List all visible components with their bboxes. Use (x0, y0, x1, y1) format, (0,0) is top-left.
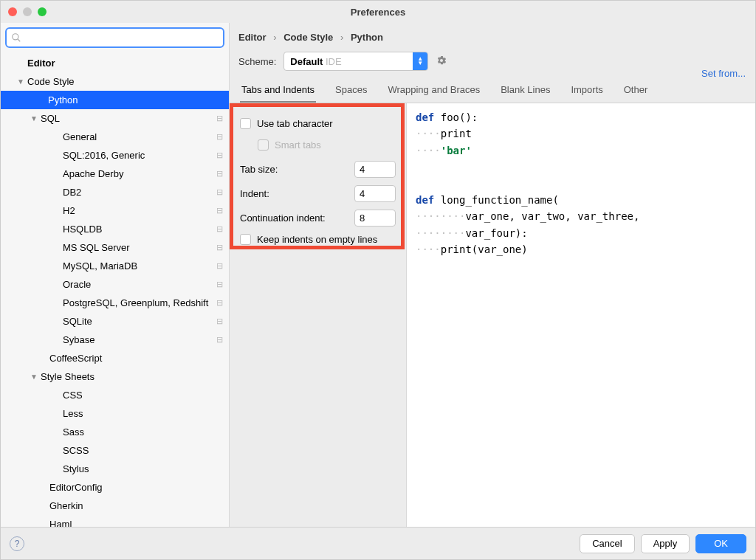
minimize-icon[interactable] (23, 7, 32, 16)
tree-item[interactable]: ▼Style Sheets (1, 367, 229, 386)
tree-item-label: Python (48, 94, 223, 106)
breadcrumb: Editor › Code Style › Python (230, 23, 755, 49)
tree-item[interactable]: Less (1, 404, 229, 423)
indent-label: Indent: (240, 188, 354, 199)
scheme-select[interactable]: Default IDE ▲▼ (284, 52, 428, 71)
tree-item[interactable]: HSQLDB⊟ (1, 220, 229, 238)
breadcrumb-sep: › (340, 32, 343, 43)
tree-item-meta-icon: ⊟ (216, 224, 223, 234)
tree-item-label: Haml (49, 519, 223, 527)
keep-indents-row: Keep indents on empty lines (240, 234, 396, 245)
tree-item[interactable]: ▼Code Style (1, 72, 229, 91)
tree-item-meta-icon: ⊟ (216, 280, 223, 289)
tree-item-label: Stylus (63, 463, 223, 474)
smart-tabs-label: Smart tabs (275, 139, 321, 151)
indent-input[interactable] (354, 185, 396, 202)
cont-indent-input[interactable] (354, 210, 396, 227)
tab-tabs-and-indents[interactable]: Tabs and Indents (240, 78, 316, 103)
tab-wrapping[interactable]: Wrapping and Braces (386, 78, 481, 103)
tree-item[interactable]: Oracle⊟ (1, 275, 229, 294)
tree-item[interactable]: Sybase⊟ (1, 331, 229, 349)
tab-size-input[interactable] (354, 161, 396, 178)
tree-item-meta-icon: ⊟ (216, 132, 223, 142)
titlebar: Preferences (1, 1, 755, 23)
tab-other[interactable]: Other (622, 78, 650, 103)
tree-item[interactable]: Stylus (1, 460, 229, 478)
chevron-down-icon: ▼ (17, 77, 24, 86)
tree-item-meta-icon: ⊟ (216, 261, 223, 271)
ok-button[interactable]: OK (695, 534, 746, 553)
tree-item-meta-icon: ⊟ (216, 317, 223, 326)
scheme-sub: IDE (326, 56, 342, 67)
set-from-link[interactable]: Set from... (701, 68, 746, 79)
tree-item[interactable]: Gherkin (1, 497, 229, 515)
gear-icon[interactable] (436, 55, 447, 69)
tree-item-label: MySQL, MariaDB (63, 260, 213, 272)
tree-item[interactable]: SQL:2016, Generic⊟ (1, 146, 229, 165)
breadcrumb-sep: › (273, 32, 276, 43)
tree-item-meta-icon: ⊟ (216, 335, 223, 345)
zoom-icon[interactable] (38, 7, 47, 16)
tree-item-label: SCSS (63, 445, 223, 456)
tree-item-label: Sass (63, 426, 223, 438)
tree-item-label: Apache Derby (63, 168, 213, 179)
chevron-down-icon: ▼ (30, 114, 38, 122)
scheme-row: Scheme: Default IDE ▲▼ (230, 49, 755, 78)
window-body: Editor▼Code StylePython▼SQL⊟General⊟SQL:… (1, 23, 755, 527)
tree-item[interactable]: PostgreSQL, Greenplum, Redshift⊟ (1, 294, 229, 312)
tree-item[interactable]: Haml (1, 515, 229, 527)
footer: ? Cancel Apply OK (1, 527, 755, 559)
tree-item[interactable]: CSS (1, 386, 229, 404)
smart-tabs-checkbox (258, 139, 269, 151)
tree-item[interactable]: EditorConfig (1, 478, 229, 497)
tab-size-row: Tab size: (240, 161, 396, 178)
tree-item-label: MS SQL Server (63, 242, 213, 253)
tree-item[interactable]: General⊟ (1, 128, 229, 146)
cancel-button[interactable]: Cancel (580, 534, 634, 553)
help-icon[interactable]: ? (10, 536, 24, 551)
search-icon (11, 32, 21, 43)
search-input[interactable] (26, 32, 219, 44)
keep-indents-checkbox[interactable] (240, 234, 251, 245)
breadcrumb-item[interactable]: Editor (238, 32, 267, 43)
use-tab-row: Use tab character (240, 118, 396, 129)
tab-imports[interactable]: Imports (569, 78, 604, 103)
tree-item-meta-icon: ⊟ (216, 169, 223, 179)
tab-blank-lines[interactable]: Blank Lines (499, 78, 551, 103)
window-title: Preferences (1, 7, 755, 18)
sidebar: Editor▼Code StylePython▼SQL⊟General⊟SQL:… (1, 23, 230, 527)
cont-indent-label: Continuation indent: (240, 212, 354, 224)
breadcrumb-item[interactable]: Python (351, 32, 383, 43)
tree-item[interactable]: Apache Derby⊟ (1, 165, 229, 183)
settings-pane: Use tab character Smart tabs Tab size: I… (230, 103, 407, 527)
use-tab-checkbox[interactable] (240, 118, 251, 129)
breadcrumb-item[interactable]: Code Style (284, 32, 333, 43)
tree-item[interactable]: H2⊟ (1, 201, 229, 220)
tree-item[interactable]: ▼SQL⊟ (1, 109, 229, 128)
tree-item-label: SQL (41, 113, 213, 124)
tree-item-label: Oracle (63, 279, 213, 290)
tree-item[interactable]: MySQL, MariaDB⊟ (1, 257, 229, 275)
tree-item-label: General (63, 131, 213, 142)
search-input-wrap[interactable] (5, 27, 224, 48)
tab-spaces[interactable]: Spaces (334, 78, 368, 103)
tree-item[interactable]: SCSS (1, 441, 229, 460)
tree-item[interactable]: DB2⊟ (1, 183, 229, 201)
tree-item-label: Code Style (27, 76, 223, 87)
tree-item[interactable]: Sass (1, 423, 229, 441)
scheme-value: Default (290, 56, 323, 67)
tree-item[interactable]: MS SQL Server⊟ (1, 238, 229, 257)
tree-item-meta-icon: ⊟ (216, 114, 223, 123)
close-icon[interactable] (8, 7, 17, 16)
apply-button[interactable]: Apply (641, 534, 690, 553)
tree-item[interactable]: Python (1, 91, 229, 109)
tree-item[interactable]: SQLite⊟ (1, 312, 229, 331)
tree-item-label: Sybase (63, 334, 213, 345)
indent-row: Indent: (240, 185, 396, 202)
tree-item[interactable]: CoffeeScript (1, 349, 229, 367)
chevron-down-icon: ▼ (30, 373, 38, 381)
tree-item-label: Less (63, 408, 223, 419)
tree-item-meta-icon: ⊟ (216, 187, 223, 197)
tree-item[interactable]: Editor (1, 54, 229, 72)
tree-item-label: HSQLDB (63, 224, 213, 235)
